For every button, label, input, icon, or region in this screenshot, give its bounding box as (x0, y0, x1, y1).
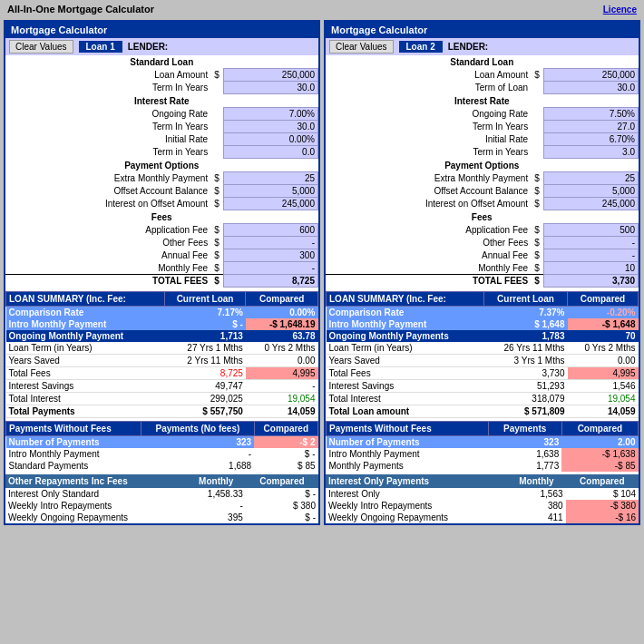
loan2-other-fees-dollar: $ (531, 237, 543, 249)
loan2-num-payments-compared: 2.00 (561, 436, 638, 449)
loan2-num-payments-current: 323 (488, 436, 561, 449)
loan2-offset-amount-label: Interest on Offset Amount (326, 198, 531, 210)
loan1-clear-btn[interactable]: Clear Values (9, 40, 73, 54)
loan1-app-fee-value[interactable]: 600 (223, 224, 317, 237)
loan1-years-saved-current: 2 Yrs 11 Mths (164, 355, 246, 367)
loan2-years-saved-current: 3 Yrs 1 Mths (484, 355, 568, 367)
loan1-monthly-col: Monthly (187, 474, 246, 488)
loan1-term-label: Term In Years (5, 82, 210, 94)
loan1-initial-term-label: Term in Years (5, 146, 210, 159)
loan2-offset-amount-value[interactable]: 245,000 (543, 198, 638, 210)
loan2-monthly-col: Monthly (507, 474, 565, 488)
loan1-num-payments-compared: -$ 2 (254, 436, 317, 449)
loan1-loan-amount-label: Loan Amount (5, 69, 210, 82)
loan2-interest-rate-title: Interest Rate (326, 94, 639, 108)
loan2-initial-rate-value[interactable]: 6.70% (543, 133, 638, 146)
loan2-initial-term-value[interactable]: 3.0 (543, 146, 638, 159)
loan1-annual-fee-value[interactable]: 300 (223, 249, 317, 262)
loan2-other-fees-value[interactable]: - (543, 237, 638, 249)
loan2-payments-no-fees-col: Payments (488, 422, 561, 436)
loan2-total-payments-label: Total Loan amount (327, 405, 484, 418)
loan2-monthly-fee-label: Monthly Fee (326, 262, 531, 275)
loan1-term-in-years-value[interactable]: 30.0 (223, 121, 317, 133)
loan1-extra-monthly-value[interactable]: 25 (223, 172, 317, 185)
loan1-offset-balance-value[interactable]: 5,000 (223, 185, 317, 198)
loan2-term-label: Term of Loan (326, 82, 531, 94)
loan2-panel: Mortgage Calculator Clear Values Loan 2 … (324, 20, 640, 525)
loan2-total-interest-label: Total Interest (327, 393, 484, 405)
loan1-other-fees-value[interactable]: - (223, 237, 317, 249)
loan1-intro-monthly-p-label: Intro Monthly Payment (6, 448, 141, 460)
loan1-extra-monthly-dollar: $ (210, 172, 223, 185)
loan2-interest-savings-label: Interest Savings (327, 380, 484, 393)
loan2-years-saved-label: Years Saved (327, 355, 484, 367)
loan2-term-in-years-value[interactable]: 27.0 (543, 121, 638, 133)
loan1-total-interest-current: 299,025 (164, 393, 246, 405)
loan2-app-fee-value[interactable]: 500 (543, 224, 638, 237)
loan2-term-value[interactable]: 30.0 (543, 82, 638, 94)
loan2-total-fees-sum-current: 3,730 (484, 367, 568, 380)
loan2-ongoing-rate-value[interactable]: 7.50% (543, 108, 638, 121)
loan1-offset-amount-dollar: $ (210, 198, 223, 210)
loan1-initial-rate-value[interactable]: 0.00% (223, 133, 317, 146)
loan2-loan-term-current: 26 Yrs 11 Mths (484, 342, 568, 355)
loan1-interest-savings-compared: - (246, 380, 318, 393)
loan2-extra-monthly-value[interactable]: 25 (543, 172, 638, 185)
loan2-app-fee-label: Application Fee (326, 224, 531, 237)
licence-link[interactable]: Licence (603, 5, 637, 15)
loan2-loan-amount-label: Loan Amount (326, 69, 531, 82)
loan2-interest-only-std-current: 1,563 (507, 488, 565, 500)
loan1-annual-fee-dollar: $ (210, 249, 223, 262)
loan1-offset-amount-value[interactable]: 245,000 (223, 198, 317, 210)
loan2-clear-btn[interactable]: Clear Values (329, 40, 394, 54)
loan1-years-saved-label: Years Saved (6, 355, 165, 367)
loan2-tab[interactable]: Loan 2 (399, 41, 443, 53)
loan1-payments-compared-col: Compared (254, 422, 317, 436)
loan1-loan-amount-value[interactable]: 250,000 (223, 69, 317, 82)
loan1-loan-term-label: Loan Term (in Years) (6, 342, 165, 355)
loan1-app-fee-label: Application Fee (5, 224, 210, 237)
loan2-offset-balance-value[interactable]: 5,000 (543, 185, 638, 198)
loan1-tab[interactable]: Loan 1 (79, 41, 122, 53)
loan2-intro-monthly-compared: -$ 1,648 (568, 318, 639, 330)
loan1-intro-monthly-current: $ - (164, 318, 246, 330)
loan2-term-in-years-label: Term In Years (326, 121, 531, 133)
loan2-intro-monthly-p-compared: -$ 1,638 (561, 448, 638, 460)
loan1-comparison-rate-label: Comparison Rate (6, 307, 165, 319)
loan1-col-current: Current Loan (164, 292, 246, 307)
loan1-num-payments-label: Number of Payments (6, 436, 141, 449)
loan2-header: Mortgage Calculator (326, 22, 639, 38)
loan1-standard-payments-current: 1,688 (141, 460, 254, 472)
loan1-total-payments-current: $ 557,750 (164, 405, 246, 418)
loan2-comparison-rate-label: Comparison Rate (327, 307, 484, 319)
loan1-term-value[interactable]: 30.0 (223, 82, 317, 94)
loan1-weekly-ongoing-label: Weekly Ongoing Repayments (5, 512, 187, 523)
loan1-initial-term-value[interactable]: 0.0 (223, 146, 317, 159)
loan2-annual-fee-value[interactable]: - (543, 249, 638, 262)
loan2-total-payments-compared: 14,059 (568, 405, 639, 418)
loan2-monthly-fee-dollar: $ (531, 262, 543, 275)
loan2-comparison-rate-compared: -0.20% (568, 307, 639, 319)
loan2-extra-monthly-label: Extra Monthly Payment (326, 172, 531, 185)
loan1-ongoing-rate-value[interactable]: 7.00% (223, 108, 317, 121)
loan2-extra-monthly-dollar: $ (531, 172, 543, 185)
loan1-intro-monthly-p-compared: $ - (254, 448, 317, 460)
loan2-weekly-ongoing-current: 411 (507, 512, 565, 523)
loan2-ongoing-monthly-label: Ongoing Monthly Payments (327, 330, 484, 342)
loan2-total-interest-compared: 19,054 (568, 393, 639, 405)
loan2-compared-col2: Compared (566, 474, 639, 488)
loan1-intro-monthly-compared: -$ 1,648.19 (246, 318, 318, 330)
loan1-interest-rate-title: Interest Rate (5, 94, 318, 108)
loan1-total-fees-label: TOTAL FEES (5, 275, 210, 288)
loan1-standard-payments-label: Standard Payments (6, 460, 141, 472)
loan2-monthly-fee-value[interactable]: 10 (543, 262, 638, 275)
loan1-total-payments-label: Total Payments (6, 405, 165, 418)
loan2-weekly-intro-compared: -$ 380 (566, 500, 639, 512)
loan1-header: Mortgage Calculator (5, 22, 318, 38)
loan2-total-fees-dollar: $ (531, 275, 543, 288)
loan2-loan-amount-value[interactable]: 250,000 (543, 69, 638, 82)
loan1-total-payments-compared: 14,059 (246, 405, 318, 418)
loan1-weekly-ongoing-current: 395 (187, 512, 246, 523)
loan2-interest-savings-current: 51,293 (484, 380, 568, 393)
loan1-monthly-fee-value[interactable]: - (223, 262, 317, 275)
